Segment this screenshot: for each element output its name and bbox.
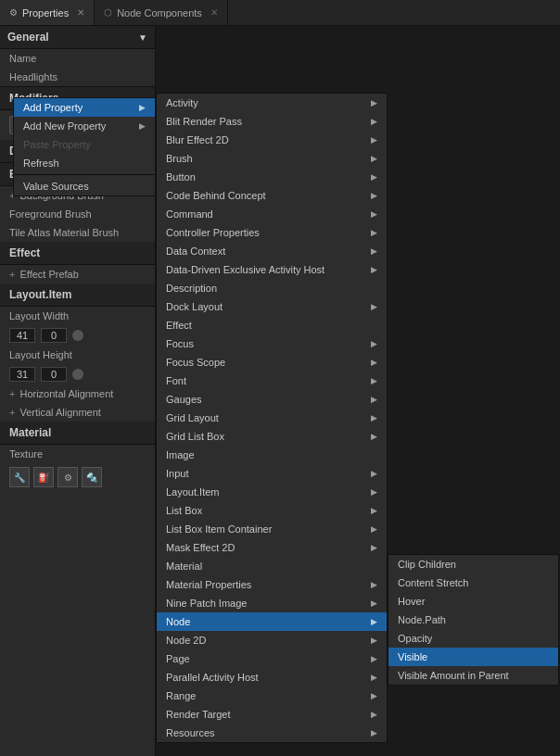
menu-l2-parallel-activity-host[interactable]: Parallel Activity Host ▶ <box>157 668 387 687</box>
texture-icon-2[interactable]: ⛽ <box>33 467 54 487</box>
horizontal-alignment-item[interactable]: + Horizontal Alignment <box>0 384 155 403</box>
menu-l2-blur-effect[interactable]: Blur Effect 2D ▶ <box>157 131 387 149</box>
material-props-arrow-icon: ▶ <box>371 580 377 589</box>
menu-l2-dock-layout[interactable]: Dock Layout ▶ <box>157 297 387 316</box>
tab-properties-close[interactable]: ✕ <box>77 7 84 18</box>
menu-l2-blit-render-pass[interactable]: Blit Render Pass ▶ <box>157 112 387 131</box>
texture-icon-3[interactable]: ⚙ <box>57 467 78 487</box>
blur-arrow-icon: ▶ <box>371 135 377 145</box>
menu-l3-opacity[interactable]: Opacity <box>388 629 558 648</box>
tile-atlas-item: Tile Atlas Material Brush <box>0 223 155 242</box>
v-align-plus-icon: + <box>9 407 15 418</box>
vertical-alignment-item[interactable]: + Vertical Alignment <box>0 403 155 422</box>
layout-width-input2[interactable] <box>41 328 67 343</box>
menu-l2-code-behind[interactable]: Code Behind Concept ▶ <box>157 186 387 205</box>
list-box-arrow-icon: ▶ <box>371 506 377 515</box>
add-new-property-arrow-icon: ▶ <box>139 121 146 131</box>
menu-l2-range[interactable]: Range ▶ <box>157 687 387 705</box>
texture-icon-4[interactable]: 🔩 <box>82 467 102 487</box>
layout-height-input2[interactable] <box>41 367 67 382</box>
command-arrow-icon: ▶ <box>371 209 377 219</box>
menu-l2-node-2d[interactable]: Node 2D ▶ <box>157 631 387 649</box>
menu-l2-effect[interactable]: Effect <box>157 316 387 334</box>
layout-height-circle[interactable] <box>72 369 83 380</box>
tab-node-components-close[interactable]: ✕ <box>210 7 218 18</box>
menu-l2-brush[interactable]: Brush ▶ <box>157 149 387 168</box>
menu-l2-focus-scope[interactable]: Focus Scope ▶ <box>157 353 387 372</box>
menu-l2-node[interactable]: Node ▶ <box>157 612 387 631</box>
menu-l2-render-target[interactable]: Render Target ▶ <box>157 705 387 724</box>
font-arrow-icon: ▶ <box>371 376 377 385</box>
menu-l3-visible-amount-in-parent[interactable]: Visible Amount in Parent <box>388 666 558 685</box>
menu-l2-activity[interactable]: Activity ▶ <box>157 94 387 112</box>
menu-l2-page[interactable]: Page ▶ <box>157 649 387 668</box>
menu-l3-clip-children[interactable]: Clip Children <box>388 555 558 573</box>
layout-height-value-row <box>0 364 155 384</box>
node-components-icon: ⬡ <box>104 7 112 18</box>
menu-l2-grid-layout[interactable]: Grid Layout ▶ <box>157 409 387 427</box>
general-arrow-icon: ▼ <box>138 32 147 43</box>
grid-layout-arrow-icon: ▶ <box>371 413 377 422</box>
menu-l2-list-box[interactable]: List Box ▶ <box>157 501 387 520</box>
menu-l2-data-driven[interactable]: Data-Driven Exclusive Activity Host ▶ <box>157 260 387 279</box>
menu-l2-image[interactable]: Image <box>157 446 387 464</box>
render-target-arrow-icon: ▶ <box>371 710 377 719</box>
dock-layout-arrow-icon: ▶ <box>371 302 377 311</box>
menu-l2-list-box-item-container[interactable]: List Box Item Container ▶ <box>157 520 387 538</box>
list-box-item-container-arrow-icon: ▶ <box>371 524 377 534</box>
tab-properties[interactable]: ⚙ Properties ✕ <box>0 0 95 25</box>
activity-arrow-icon: ▶ <box>371 98 377 107</box>
gauges-arrow-icon: ▶ <box>371 395 377 404</box>
general-label: General <box>7 31 49 44</box>
menu-item-refresh[interactable]: Refresh <box>14 154 155 172</box>
layout-width-input[interactable] <box>9 328 35 343</box>
general-section-header: General ▼ <box>0 26 155 49</box>
context-menu-level2: Activity ▶ Blit Render Pass ▶ Blur Effec… <box>156 93 388 743</box>
button-arrow-icon: ▶ <box>371 172 377 182</box>
layout-width-label: Layout Width <box>0 307 155 325</box>
controller-arrow-icon: ▶ <box>371 228 377 237</box>
menu-l2-nine-patch-image[interactable]: Nine Patch Image ▶ <box>157 594 387 612</box>
menu-l2-command[interactable]: Command ▶ <box>157 205 387 223</box>
data-context-arrow-icon: ▶ <box>371 246 377 256</box>
menu-l2-grid-list-box[interactable]: Grid List Box ▶ <box>157 427 387 446</box>
input-arrow-icon: ▶ <box>371 469 377 478</box>
menu-l2-gauges[interactable]: Gauges ▶ <box>157 390 387 409</box>
menu-l2-data-context[interactable]: Data Context ▶ <box>157 242 387 260</box>
texture-label: Texture <box>0 445 155 463</box>
menu-item-add-new-property[interactable]: Add New Property ▶ <box>14 117 155 135</box>
foreground-brush-item: Foreground Brush <box>0 205 155 223</box>
menu-l2-description[interactable]: Description <box>157 279 387 297</box>
add-property-arrow-icon: ▶ <box>139 103 146 112</box>
resources-arrow-icon: ▶ <box>371 728 377 737</box>
menu-item-value-sources[interactable]: Value Sources <box>14 177 155 195</box>
menu-item-add-property[interactable]: Add Property ▶ <box>14 98 155 117</box>
menu-l2-focus[interactable]: Focus ▶ <box>157 334 387 353</box>
focus-arrow-icon: ▶ <box>371 339 377 348</box>
menu-l2-controller-properties[interactable]: Controller Properties ▶ <box>157 223 387 242</box>
h-align-plus-icon: + <box>9 388 15 399</box>
menu-l2-resources[interactable]: Resources ▶ <box>157 724 387 742</box>
menu-l2-font[interactable]: Font ▶ <box>157 372 387 390</box>
menu-l3-node-path[interactable]: Node.Path <box>388 611 558 629</box>
menu-l3-visible[interactable]: Visible <box>388 648 558 666</box>
menu-l2-material-properties[interactable]: Material Properties ▶ <box>157 575 387 594</box>
tab-node-components-label: Node Components <box>117 7 202 19</box>
tab-node-components[interactable]: ⬡ Node Components ✕ <box>95 0 228 25</box>
effect-prefab-label: Effect Prefab <box>19 269 78 280</box>
menu-l3-content-stretch[interactable]: Content Stretch <box>388 573 558 592</box>
node-arrow-icon: ▶ <box>371 617 377 626</box>
menu-l3-hover[interactable]: Hover <box>388 592 558 611</box>
effect-prefab-item[interactable]: + Effect Prefab <box>0 265 155 284</box>
menu-l2-mask-effect[interactable]: Mask Effect 2D ▶ <box>157 538 387 557</box>
menu-l2-input[interactable]: Input ▶ <box>157 464 387 483</box>
menu-l2-layout-item[interactable]: Layout.Item ▶ <box>157 483 387 501</box>
menu-l2-button[interactable]: Button ▶ <box>157 168 387 186</box>
texture-icon-1[interactable]: 🔧 <box>9 467 30 487</box>
menu-separator <box>14 174 155 175</box>
vertical-alignment-label: Vertical Alignment <box>19 407 100 418</box>
blit-arrow-icon: ▶ <box>371 117 377 126</box>
layout-height-input[interactable] <box>9 367 35 382</box>
layout-width-circle[interactable] <box>72 330 83 341</box>
menu-l2-material[interactable]: Material <box>157 557 387 575</box>
